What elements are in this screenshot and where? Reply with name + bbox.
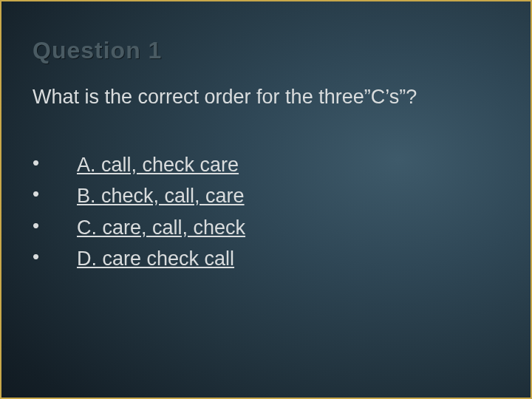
bullet-icon: • [33,183,77,214]
answer-link-c[interactable]: C. care, call, check [77,216,245,239]
slide: Question 1 What is the correct order for… [0,0,532,399]
answer-link-d[interactable]: D. care check call [77,248,234,270]
question-prompt: What is the correct order for the three”… [33,85,499,110]
answer-link-a[interactable]: A. call, check care [77,154,239,176]
answer-option: • B. check, call, care [33,183,245,214]
answer-option: • C. care, call, check [33,214,245,245]
bullet-icon: • [33,245,77,276]
answer-link-b[interactable]: B. check, call, care [77,185,245,207]
answer-option: • A. call, check care [33,151,245,183]
question-title: Question 1 [33,37,499,64]
answer-list: • A. call, check care • B. check, call, … [33,151,245,277]
answer-option: • D. care check call [33,245,245,276]
bullet-icon: • [33,151,77,183]
bullet-icon: • [33,214,77,245]
